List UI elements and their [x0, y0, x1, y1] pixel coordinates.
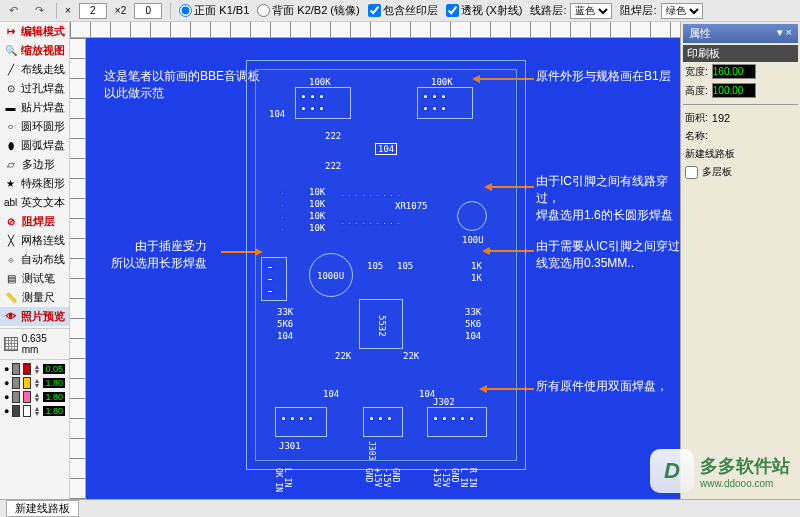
- tool-英文文本[interactable]: abl英文文本: [0, 193, 69, 212]
- board-name: 新建线路板: [685, 147, 735, 161]
- resist-label: 阻焊层:: [620, 3, 656, 18]
- xray-label: 透视 (X射线): [461, 3, 523, 18]
- back-label: 背面 K2/B2 (镜像): [272, 3, 359, 18]
- zoom-x-input[interactable]: [79, 3, 107, 19]
- pcb-canvas[interactable]: 这是笔者以前画的BBE音调板 以此做示范 原件外形与规格画在B1层 由于IC引脚…: [86, 38, 680, 499]
- tool-icon: 🔍: [4, 44, 17, 58]
- grid-info[interactable]: 0.635 mm: [0, 331, 69, 357]
- tool-icon: ⬮: [4, 139, 17, 153]
- undo-icon[interactable]: ↶: [4, 2, 22, 20]
- tool-icon: ↦: [4, 25, 17, 39]
- resist-select[interactable]: 绿色: [661, 3, 703, 19]
- tool-网格连线[interactable]: ╳网格连线: [0, 231, 69, 250]
- tool-icon: ⟐: [4, 253, 17, 267]
- front-radio[interactable]: [179, 4, 192, 17]
- tool-自动布线[interactable]: ⟐自动布线: [0, 250, 69, 269]
- tool-特殊图形[interactable]: ★特殊图形: [0, 174, 69, 193]
- panel-dropdown-icon[interactable]: ▾ ×: [777, 26, 792, 41]
- tool-icon: ⊙: [4, 82, 17, 96]
- tool-测量尺[interactable]: 📏测量尺: [0, 288, 69, 307]
- properties-panel: 属性▾ × 印刷板 宽度: 高度: 面积:192 名称: 新建线路板 多层板: [680, 22, 800, 499]
- tool-阻焊层[interactable]: ⊘阻焊层: [0, 212, 69, 231]
- watermark: D 多多软件站 www.ddooo.com: [650, 449, 790, 493]
- area-value: 192: [712, 112, 730, 124]
- tool-圆弧焊盘[interactable]: ⬮圆弧焊盘: [0, 136, 69, 155]
- annotation-double-pad: 所有原件使用双面焊盘，: [536, 378, 668, 395]
- tool-icon: 📏: [4, 291, 18, 305]
- tool-多边形[interactable]: ▱多边形: [0, 155, 69, 174]
- annotation-trace-width: 由于需要从IC引脚之间穿过 线宽选用0.35MM..: [536, 238, 680, 272]
- status-tab[interactable]: 新建线路板: [6, 500, 79, 517]
- ruler-horizontal: [70, 22, 680, 38]
- width-input[interactable]: [712, 64, 756, 79]
- pcb-board: 104 100K 100K 222 104 222 10K 10K 10K 10…: [246, 60, 526, 470]
- tool-贴片焊盘[interactable]: ▬贴片焊盘: [0, 98, 69, 117]
- grid-value: 0.635 mm: [22, 333, 65, 355]
- annotation-b1-layer: 原件外形与规格画在B1层: [536, 68, 671, 85]
- watermark-logo-icon: D: [650, 449, 694, 493]
- trace-select[interactable]: 蓝色: [570, 3, 612, 19]
- ruler-vertical: [70, 38, 86, 499]
- watermark-name: 多多软件站: [700, 454, 790, 478]
- tool-布线走线[interactable]: ╱布线走线: [0, 60, 69, 79]
- tool-icon: abl: [4, 196, 17, 210]
- layer-row[interactable]: ●▲▼1.80: [0, 404, 69, 418]
- tool-icon: ▤: [4, 272, 18, 286]
- tool-icon: ╱: [4, 63, 17, 77]
- annotation-intro: 这是笔者以前画的BBE音调板 以此做示范: [104, 68, 260, 102]
- silk-label: 包含丝印层: [383, 3, 438, 18]
- tool-照片预览[interactable]: 👁照片预览: [0, 307, 69, 326]
- annotation-connector: 由于插座受力 所以选用长形焊盘: [111, 238, 207, 272]
- tool-编辑模式[interactable]: ↦编辑模式: [0, 22, 69, 41]
- top-toolbar: ↶ ↷ × ×2 正面 K1/B1 背面 K2/B2 (镜像) 包含丝印层 透视…: [0, 0, 800, 22]
- layer-row[interactable]: ●▲▼0.05: [0, 362, 69, 376]
- layer-row[interactable]: ●▲▼1.80: [0, 376, 69, 390]
- tool-icon: ▬: [4, 101, 17, 115]
- status-bar: 新建线路板: [0, 499, 800, 517]
- annotation-ic-pad: 由于IC引脚之间有线路穿过， 焊盘选用1.6的长圆形焊盘: [536, 173, 680, 223]
- trace-label: 线路层:: [530, 3, 566, 18]
- zoom-x2-input[interactable]: [134, 3, 162, 19]
- front-label: 正面 K1/B1: [194, 3, 249, 18]
- left-toolbox: ↦编辑模式🔍缩放视图╱布线走线⊙过孔焊盘▬贴片焊盘○圆环圆形⬮圆弧焊盘▱多边形★…: [0, 22, 70, 499]
- tool-icon: ○: [4, 120, 17, 134]
- tool-icon: 👁: [4, 310, 17, 324]
- xray-check[interactable]: [446, 4, 459, 17]
- redo-icon[interactable]: ↷: [30, 2, 48, 20]
- multilayer-check[interactable]: [685, 166, 698, 179]
- tool-缩放视图[interactable]: 🔍缩放视图: [0, 41, 69, 60]
- silk-check[interactable]: [368, 4, 381, 17]
- back-radio[interactable]: [257, 4, 270, 17]
- tool-icon: ▱: [4, 158, 18, 172]
- watermark-url: www.ddooo.com: [700, 478, 790, 489]
- tool-过孔焊盘[interactable]: ⊙过孔焊盘: [0, 79, 69, 98]
- height-input[interactable]: [712, 83, 756, 98]
- tool-icon: ★: [4, 177, 17, 191]
- tool-icon: ⊘: [4, 215, 18, 229]
- tool-圆环圆形[interactable]: ○圆环圆形: [0, 117, 69, 136]
- grid-icon: [4, 337, 18, 351]
- tool-测试笔[interactable]: ▤测试笔: [0, 269, 69, 288]
- panel-section: 印刷板: [683, 45, 798, 62]
- layer-row[interactable]: ●▲▼1.80: [0, 390, 69, 404]
- tool-icon: ╳: [4, 234, 17, 248]
- panel-title: 属性: [689, 26, 711, 41]
